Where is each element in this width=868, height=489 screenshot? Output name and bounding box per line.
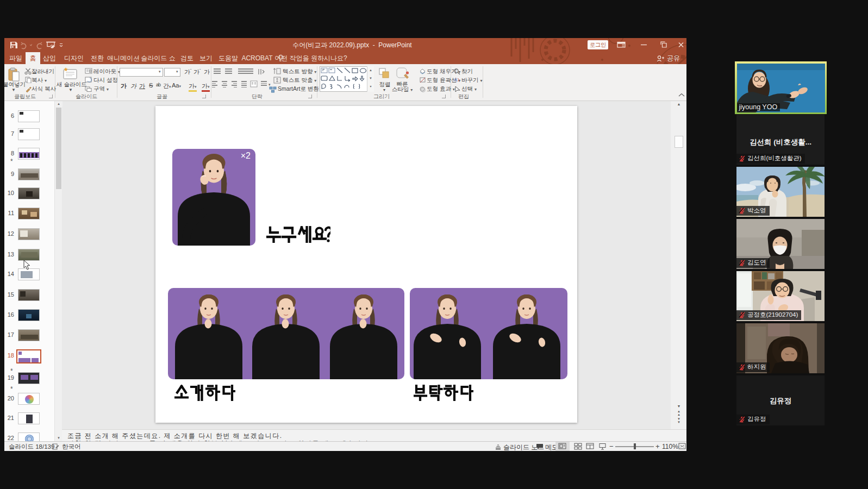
svg-text:가: 가 — [453, 78, 458, 83]
